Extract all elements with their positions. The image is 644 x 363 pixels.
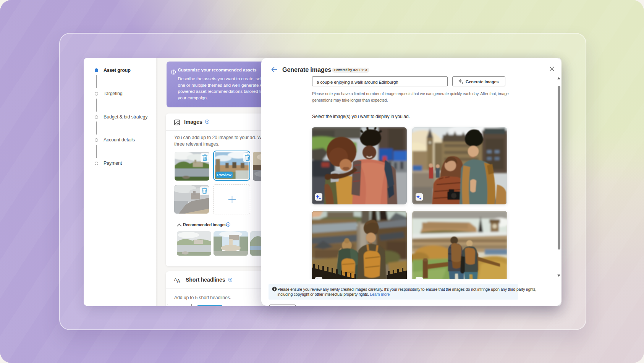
svg-text:A: A [177,278,181,284]
